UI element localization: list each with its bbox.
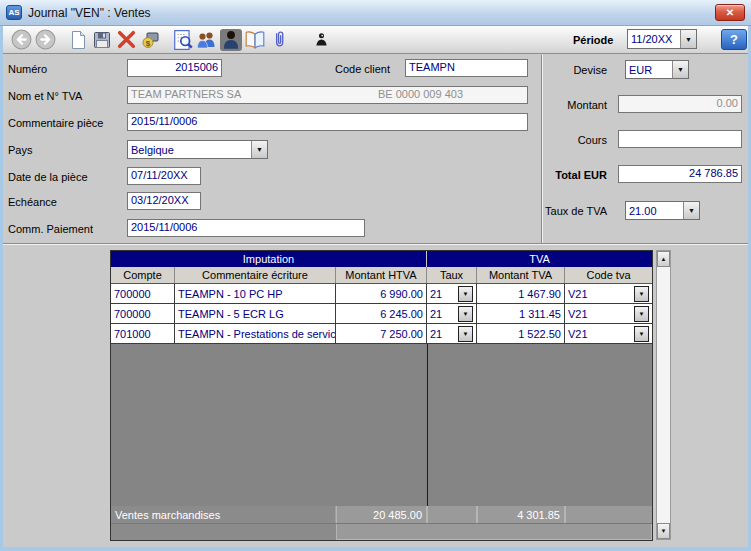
code-tva-value: V21 bbox=[568, 325, 588, 343]
comm-paiement-field[interactable]: 2015/11/0006 bbox=[127, 219, 365, 237]
cell-code-tva[interactable]: V21▼ bbox=[565, 324, 652, 343]
cell-compte[interactable]: 700000 bbox=[111, 304, 175, 323]
forward-icon[interactable] bbox=[34, 29, 56, 51]
cell-commentaire[interactable]: TEAMPN - Prestations de service bbox=[175, 324, 336, 343]
taux-value: 21 bbox=[430, 305, 442, 323]
echeance-field[interactable]: 03/12/20XX bbox=[127, 192, 201, 210]
chevron-down-icon[interactable]: ▼ bbox=[251, 141, 267, 158]
cell-code-tva[interactable]: V21▼ bbox=[565, 284, 652, 303]
group-divider-line bbox=[427, 344, 428, 506]
nom-tva-label: Nom et N° TVA bbox=[8, 90, 82, 102]
cell-montant-htva[interactable]: 6 990.00 bbox=[336, 284, 427, 303]
cell-taux[interactable]: 21▼ bbox=[427, 284, 477, 303]
cell-commentaire[interactable]: TEAMPN - 5 ECR LG bbox=[175, 304, 336, 323]
back-icon[interactable] bbox=[10, 29, 32, 51]
code-client-label: Code client bbox=[335, 63, 390, 75]
footer-empty-code bbox=[565, 506, 652, 523]
table-row: 701000 TEAMPN - Prestations de service 7… bbox=[111, 324, 652, 344]
group-header-imputation: Imputation bbox=[111, 251, 427, 267]
cell-compte[interactable]: 700000 bbox=[111, 284, 175, 303]
cell-commentaire[interactable]: TEAMPN - 10 PC HP bbox=[175, 284, 336, 303]
taux-tva-value: 21.00 bbox=[626, 205, 683, 217]
cell-montant-htva[interactable]: 7 250.00 bbox=[336, 324, 427, 343]
periode-select[interactable]: 11/20XX ▼ bbox=[627, 29, 697, 49]
form-horizontal-divider bbox=[3, 243, 748, 245]
cell-montant-htva[interactable]: 6 245.00 bbox=[336, 304, 427, 323]
pays-label: Pays bbox=[8, 144, 32, 156]
chevron-down-icon[interactable]: ▼ bbox=[458, 326, 473, 342]
col-montant-tva: Montant TVA bbox=[477, 267, 565, 283]
book-icon[interactable] bbox=[244, 29, 266, 51]
app-icon: AS bbox=[6, 5, 22, 20]
montant-label: Montant bbox=[567, 99, 607, 111]
group-header-tva: TVA bbox=[427, 251, 652, 267]
chevron-down-icon[interactable]: ▼ bbox=[634, 326, 649, 342]
chevron-down-icon[interactable]: ▼ bbox=[634, 286, 649, 302]
col-compte: Compte bbox=[111, 267, 175, 283]
footer-label: Ventes marchandises bbox=[111, 506, 336, 523]
preview-icon[interactable] bbox=[172, 29, 194, 51]
cell-taux[interactable]: 21▼ bbox=[427, 304, 477, 323]
montant-field: 0.00 bbox=[618, 95, 742, 113]
footer-total-tva: 4 301.85 bbox=[477, 506, 565, 523]
help-button[interactable]: ? bbox=[721, 29, 747, 50]
chevron-down-icon[interactable]: ▼ bbox=[458, 306, 473, 322]
new-document-icon[interactable] bbox=[67, 29, 89, 51]
comm-paiement-label: Comm. Paiement bbox=[8, 223, 93, 235]
devise-select[interactable]: EUR ▼ bbox=[625, 60, 689, 79]
save-icon[interactable] bbox=[91, 29, 113, 51]
commentaire-piece-field[interactable]: 2015/11/0006 bbox=[127, 113, 528, 131]
total-eur-field: 24 786.85 bbox=[618, 165, 742, 183]
scroll-up-icon[interactable]: ▲ bbox=[657, 251, 670, 267]
cell-taux[interactable]: 21▼ bbox=[427, 324, 477, 343]
total-eur-label: Total EUR bbox=[555, 169, 607, 181]
periode-value: 11/20XX bbox=[628, 33, 680, 45]
periode-label: Période bbox=[573, 34, 613, 46]
numero-label: Numéro bbox=[8, 63, 47, 75]
clients-icon[interactable] bbox=[196, 29, 218, 51]
column-header-row: Compte Commentaire écriture Montant HTVA… bbox=[111, 267, 652, 284]
taux-tva-select[interactable]: 21.00 ▼ bbox=[625, 201, 700, 220]
pays-select[interactable]: Belgique ▼ bbox=[127, 140, 268, 159]
close-button[interactable]: ✕ bbox=[715, 4, 745, 21]
user-icon[interactable] bbox=[220, 29, 242, 51]
commentaire-piece-label: Commentaire pièce bbox=[8, 117, 103, 129]
window-title: Journal "VEN" : Ventes bbox=[28, 6, 151, 20]
chevron-down-icon[interactable]: ▼ bbox=[680, 30, 696, 48]
cours-field[interactable] bbox=[618, 130, 742, 148]
delete-icon[interactable] bbox=[115, 29, 137, 51]
table-scrollbar[interactable]: ▲ ▼ bbox=[656, 250, 671, 540]
chevron-down-icon[interactable]: ▼ bbox=[672, 61, 688, 78]
col-montant-htva: Montant HTVA bbox=[336, 267, 427, 283]
pays-value: Belgique bbox=[128, 144, 251, 156]
date-piece-field[interactable]: 07/11/20XX bbox=[127, 167, 201, 185]
payment-icon[interactable]: $ bbox=[139, 29, 161, 51]
chevron-down-icon[interactable]: ▼ bbox=[683, 202, 699, 219]
devise-label: Devise bbox=[573, 64, 607, 76]
col-taux: Taux bbox=[427, 267, 477, 283]
cell-montant-tva[interactable]: 1 311.45 bbox=[477, 304, 565, 323]
contact-icon[interactable] bbox=[310, 29, 332, 51]
echeance-label: Echéance bbox=[8, 196, 57, 208]
code-tva-value: V21 bbox=[568, 285, 588, 303]
cell-montant-tva[interactable]: 1 467.90 bbox=[477, 284, 565, 303]
entries-table: Imputation TVA Compte Commentaire écritu… bbox=[110, 250, 653, 541]
date-piece-label: Date de la pièce bbox=[8, 171, 88, 183]
window-border-bottom bbox=[0, 547, 751, 551]
journal-ventes-window: AS Journal "VEN" : Ventes ✕ $ bbox=[0, 0, 751, 551]
cell-code-tva[interactable]: V21▼ bbox=[565, 304, 652, 323]
table-row: 700000 TEAMPN - 10 PC HP 6 990.00 21▼ 1 … bbox=[111, 284, 652, 304]
devise-value: EUR bbox=[626, 64, 672, 76]
group-header-row: Imputation TVA bbox=[111, 251, 652, 267]
attachment-icon[interactable] bbox=[268, 29, 290, 51]
cell-compte[interactable]: 701000 bbox=[111, 324, 175, 343]
table-footer-row2 bbox=[111, 523, 652, 540]
chevron-down-icon[interactable]: ▼ bbox=[634, 306, 649, 322]
window-border-left bbox=[0, 26, 3, 551]
code-client-field[interactable]: TEAMPN bbox=[405, 59, 528, 77]
cell-montant-tva[interactable]: 1 522.50 bbox=[477, 324, 565, 343]
scroll-down-icon[interactable]: ▼ bbox=[657, 523, 670, 539]
footer-empty-taux bbox=[427, 506, 477, 523]
numero-field[interactable]: 2015006 bbox=[127, 59, 222, 77]
chevron-down-icon[interactable]: ▼ bbox=[458, 286, 473, 302]
